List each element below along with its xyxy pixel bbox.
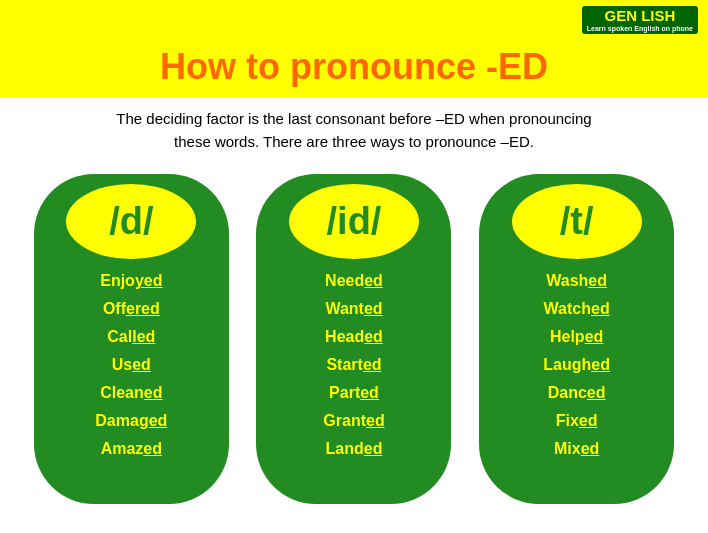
card-word: Damaged <box>95 412 167 430</box>
cards-container: /d/EnjoyedOfferedCalledUsedCleanedDamage… <box>0 159 708 514</box>
card-word: Parted <box>329 384 379 402</box>
page-wrapper: GEN LISH Learn spoken English on phone H… <box>0 0 708 533</box>
title-section: How to pronounce -ED <box>0 40 708 98</box>
logo: GEN LISH Learn spoken English on phone <box>582 6 698 34</box>
card-header-text-d: /d/ <box>109 200 153 243</box>
card-word: Laughed <box>543 356 610 374</box>
logo-main: GEN LISH <box>604 8 675 25</box>
card-header-text-t: /t/ <box>560 200 594 243</box>
card-word: Granted <box>323 412 384 430</box>
card-word: Helped <box>550 328 603 346</box>
card-word: Started <box>326 356 381 374</box>
card-word: Watched <box>544 300 610 318</box>
card-word: Called <box>107 328 155 346</box>
card-word: Washed <box>546 272 607 290</box>
card-word: Mixed <box>554 440 599 458</box>
card-word: Enjoyed <box>100 272 162 290</box>
subtitle-section: The deciding factor is the last consonan… <box>0 98 708 159</box>
card-word: Offered <box>103 300 160 318</box>
card-t: /t/WashedWatchedHelpedLaughedDancedFixed… <box>479 174 674 504</box>
main-title: How to pronounce -ED <box>0 46 708 88</box>
logo-sub: Learn spoken English on phone <box>587 25 693 33</box>
card-word: Landed <box>326 440 383 458</box>
top-bar: GEN LISH Learn spoken English on phone <box>0 0 708 40</box>
card-header-text-id: /id/ <box>327 200 382 243</box>
card-word: Used <box>112 356 151 374</box>
card-word: Needed <box>325 272 383 290</box>
card-word: Fixed <box>556 412 598 430</box>
card-word: Headed <box>325 328 383 346</box>
card-word: Wanted <box>325 300 382 318</box>
card-header-d: /d/ <box>66 184 196 259</box>
card-d: /d/EnjoyedOfferedCalledUsedCleanedDamage… <box>34 174 229 504</box>
subtitle-line1: The deciding factor is the last consonan… <box>20 108 688 131</box>
card-word: Amazed <box>101 440 162 458</box>
card-header-id: /id/ <box>289 184 419 259</box>
card-word: Cleaned <box>100 384 162 402</box>
card-id: /id/NeededWantedHeadedStartedPartedGrant… <box>256 174 451 504</box>
subtitle-line2: these words. There are three ways to pro… <box>20 131 688 154</box>
card-header-t: /t/ <box>512 184 642 259</box>
card-word: Danced <box>548 384 606 402</box>
